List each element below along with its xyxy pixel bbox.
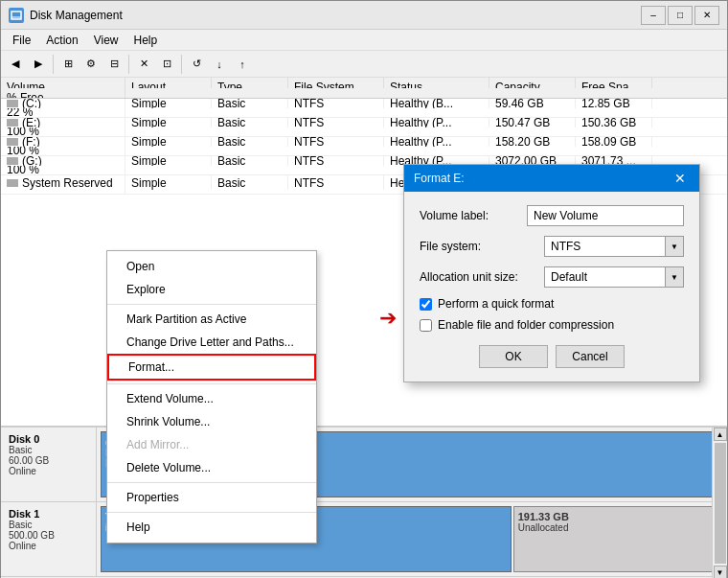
volume-label-input[interactable] <box>527 205 684 226</box>
alloc-row: Allocation unit size: Default 512 1024 4… <box>420 266 684 288</box>
volume-label-row: Volume label: <box>420 205 684 226</box>
alloc-select[interactable]: Default 512 1024 4096 <box>544 266 684 288</box>
fs-row: File system: NTFS FAT32 exFAT ▼ <box>420 236 684 257</box>
compression-label: Enable file and folder compression <box>438 318 614 332</box>
dialog-title-text: Format E: <box>414 172 465 185</box>
alloc-select-wrapper: Default 512 1024 4096 ▼ <box>544 266 684 288</box>
dialog-body: Volume label: File system: NTFS FAT32 ex… <box>404 192 699 381</box>
alloc-label: Allocation unit size: <box>420 270 544 284</box>
fs-label: File system: <box>420 240 544 253</box>
ok-button[interactable]: OK <box>479 345 548 368</box>
quick-format-row: Perform a quick format <box>420 297 684 311</box>
compression-checkbox[interactable] <box>420 319 432 332</box>
cancel-button[interactable]: Cancel <box>556 345 625 368</box>
app-window: Disk Management – □ ✕ File Action View H… <box>0 0 728 578</box>
fs-select[interactable]: NTFS FAT32 exFAT <box>544 236 684 257</box>
fs-select-wrapper: NTFS FAT32 exFAT ▼ <box>544 236 684 257</box>
dialog-overlay: Format E: ✕ Volume label: File system: N… <box>1 1 727 577</box>
format-dialog: Format E: ✕ Volume label: File system: N… <box>403 164 700 382</box>
dialog-title-bar: Format E: ✕ <box>404 165 699 192</box>
volume-label-label: Volume label: <box>420 209 527 222</box>
quick-format-label: Perform a quick format <box>438 297 554 311</box>
compression-row: Enable file and folder compression <box>420 318 684 332</box>
quick-format-checkbox[interactable] <box>420 298 432 311</box>
dialog-close-button[interactable]: ✕ <box>671 171 690 186</box>
dialog-buttons: OK Cancel <box>420 345 684 368</box>
